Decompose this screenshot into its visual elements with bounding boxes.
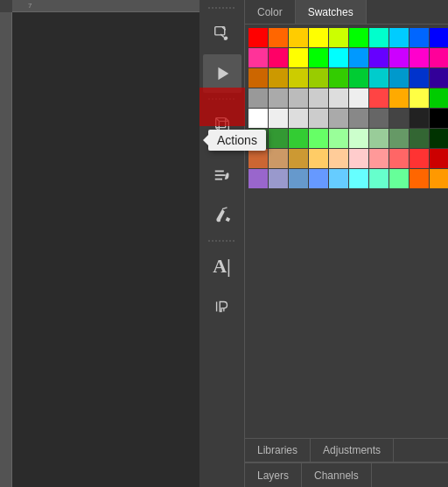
swatch-6-0[interactable] — [248, 149, 268, 168]
swatch-4-5[interactable] — [349, 109, 368, 128]
swatch-0-6[interactable] — [369, 28, 388, 47]
brush-fill-btn[interactable] — [203, 196, 242, 235]
tab-color[interactable]: Color — [245, 0, 296, 24]
history-brush-icon — [213, 24, 232, 43]
toolbar: A| — [200, 0, 245, 487]
swatch-0-1[interactable] — [269, 28, 288, 47]
swatch-5-6[interactable] — [369, 129, 388, 148]
swatch-2-3[interactable] — [309, 68, 328, 88]
swatch-0-5[interactable] — [349, 28, 368, 47]
swatch-5-5[interactable] — [349, 129, 368, 148]
swatch-1-2[interactable] — [289, 48, 308, 67]
swatch-7-4[interactable] — [329, 169, 348, 188]
swatch-2-9[interactable] — [430, 68, 448, 88]
swatch-6-1[interactable] — [269, 149, 288, 168]
swatch-3-5[interactable] — [349, 88, 368, 108]
swatch-1-7[interactable] — [389, 48, 409, 67]
swatch-3-3[interactable] — [309, 88, 328, 108]
type-icon: A| — [213, 255, 231, 278]
swatch-4-7[interactable] — [389, 109, 409, 128]
tab-libraries[interactable]: Libraries — [245, 439, 311, 462]
swatch-3-9[interactable] — [430, 88, 448, 108]
swatch-7-7[interactable] — [389, 169, 409, 188]
swatch-0-8[interactable] — [410, 28, 429, 47]
swatch-row-0 — [248, 28, 444, 47]
paragraph-btn[interactable] — [203, 287, 242, 326]
swatch-4-2[interactable] — [289, 109, 308, 128]
swatch-5-4[interactable] — [329, 129, 348, 148]
swatch-5-8[interactable] — [410, 129, 429, 148]
swatch-2-8[interactable] — [410, 68, 429, 88]
swatch-5-7[interactable] — [389, 129, 409, 148]
svg-marker-2 — [218, 67, 228, 81]
swatch-5-3[interactable] — [309, 129, 328, 148]
swatch-7-8[interactable] — [410, 169, 429, 188]
swatch-2-5[interactable] — [349, 68, 368, 88]
swatch-7-1[interactable] — [269, 169, 288, 188]
swatch-3-2[interactable] — [289, 88, 308, 108]
swatch-1-1[interactable] — [269, 48, 288, 67]
tab-adjustments[interactable]: Adjustments — [311, 439, 394, 462]
swatch-2-0[interactable] — [248, 68, 268, 88]
swatch-6-9[interactable] — [430, 149, 448, 168]
swatch-1-8[interactable] — [410, 48, 429, 67]
swatch-3-7[interactable] — [389, 88, 409, 108]
brush-style-btn[interactable] — [203, 156, 242, 194]
swatch-0-4[interactable] — [329, 28, 348, 47]
tab-channels[interactable]: Channels — [302, 463, 372, 487]
swatch-0-0[interactable] — [248, 28, 268, 47]
swatch-2-2[interactable] — [289, 68, 308, 88]
swatch-4-4[interactable] — [329, 109, 348, 128]
swatch-3-6[interactable] — [369, 88, 388, 108]
swatch-4-6[interactable] — [369, 109, 388, 128]
tab-layers[interactable]: Layers — [245, 463, 302, 487]
type-btn[interactable]: A| — [203, 247, 242, 286]
swatches-area — [245, 25, 448, 438]
swatch-6-8[interactable] — [410, 149, 429, 168]
swatch-0-9[interactable] — [430, 28, 448, 47]
swatch-0-7[interactable] — [389, 28, 409, 47]
swatch-2-1[interactable] — [269, 68, 288, 88]
swatch-4-0[interactable] — [248, 109, 268, 128]
swatch-6-5[interactable] — [349, 149, 368, 168]
swatch-6-4[interactable] — [329, 149, 348, 168]
swatch-7-2[interactable] — [289, 169, 308, 188]
swatch-3-0[interactable] — [248, 88, 268, 108]
swatch-0-3[interactable] — [309, 28, 328, 47]
swatch-2-4[interactable] — [329, 68, 348, 88]
swatch-1-4[interactable] — [329, 48, 348, 67]
swatch-6-6[interactable] — [369, 149, 388, 168]
top-tab-bar: Color Swatches — [245, 0, 448, 25]
swatch-3-8[interactable] — [410, 88, 429, 108]
swatch-3-1[interactable] — [269, 88, 288, 108]
swatch-5-9[interactable] — [430, 129, 448, 148]
swatch-7-9[interactable] — [430, 169, 448, 188]
swatch-6-2[interactable] — [289, 149, 308, 168]
swatch-4-1[interactable] — [269, 109, 288, 128]
brush-style-icon — [213, 166, 232, 185]
swatch-7-0[interactable] — [248, 169, 268, 188]
history-brush-btn[interactable] — [203, 14, 242, 53]
swatch-7-3[interactable] — [309, 169, 328, 188]
swatch-2-7[interactable] — [389, 68, 409, 88]
swatch-1-9[interactable] — [430, 48, 448, 67]
play-btn[interactable] — [203, 54, 242, 93]
canvas-area: 7 — [0, 0, 200, 487]
tab-swatches[interactable]: Swatches — [296, 0, 367, 24]
swatch-1-3[interactable] — [309, 48, 328, 67]
swatch-5-1[interactable] — [269, 129, 288, 148]
swatch-3-4[interactable] — [329, 88, 348, 108]
swatch-4-9[interactable] — [430, 109, 448, 128]
swatch-2-6[interactable] — [369, 68, 388, 88]
swatch-0-2[interactable] — [289, 28, 308, 47]
swatch-7-6[interactable] — [369, 169, 388, 188]
swatch-6-7[interactable] — [389, 149, 409, 168]
swatch-4-3[interactable] — [309, 109, 328, 128]
swatch-5-2[interactable] — [289, 129, 308, 148]
swatch-1-0[interactable] — [248, 48, 268, 67]
swatch-7-5[interactable] — [349, 169, 368, 188]
swatch-4-8[interactable] — [410, 109, 429, 128]
swatch-1-5[interactable] — [349, 48, 368, 67]
swatch-6-3[interactable] — [309, 149, 328, 168]
swatch-1-6[interactable] — [369, 48, 388, 67]
